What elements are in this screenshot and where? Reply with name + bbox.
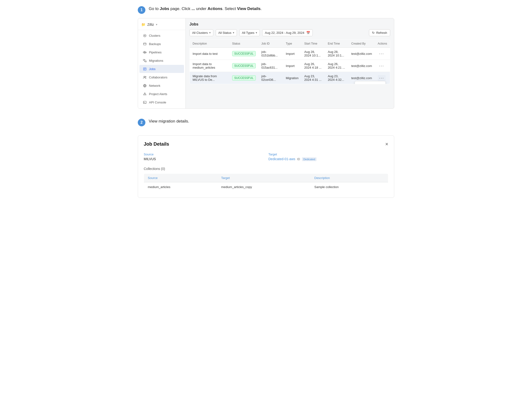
step1-badge: 1 [138,6,146,14]
col-actions: Actions [375,40,390,48]
all-clusters-label: All Clusters [192,31,208,35]
step1-instruction: 1 Go to Jobs page. Click ... under Actio… [138,6,394,14]
all-status-select[interactable]: All Status ▾ [216,29,237,36]
sidebar-item-api-console[interactable]: API Console [139,98,184,106]
svg-rect-17 [143,101,146,103]
step2-badge: 2 [138,119,146,126]
collection-target: medium_articles_copy [217,182,310,192]
row-actions: ··· [375,48,390,60]
svg-rect-5 [145,51,145,53]
row-created-by: test@zilliz.com [348,48,375,60]
target-label: Target [268,152,388,156]
actions-more-button[interactable]: ··· [378,51,386,57]
job-details-panel: Job Details × Source MILVUS Target Dedic… [138,135,394,198]
table-row: Migrate data from MILVUS to De... SUCCES… [190,72,390,84]
jobs-table: Description Status Job ID Type Start Tim… [190,40,390,84]
sidebar-item-label: Project Alerts [149,92,167,96]
sidebar-item-jobs[interactable]: Jobs [139,65,184,73]
job-details-header: Job Details × [144,141,388,147]
date-range-picker[interactable]: Aug 22, 2024 - Aug 29, 2024 📅 [262,29,313,36]
actions-dropdown[interactable]: ··· View Details [378,75,386,81]
chevron-down-icon: ▾ [156,23,157,26]
all-clusters-select[interactable]: All Clusters ▾ [190,29,213,36]
row-type: Migration [283,72,301,84]
col-target: Target [217,174,310,182]
table-row: Import data to medium_articles SUCCESSFU… [190,60,390,72]
job-details-title: Job Details [144,141,169,147]
refresh-icon: ↻ [372,31,375,35]
svg-rect-4 [143,52,144,53]
target-tag: Dedicated [302,157,317,161]
collections-title: Collections (0) [144,167,388,171]
sidebar-item-label: Pipelines [149,50,162,54]
chevron-down-icon: ▾ [209,31,211,34]
collection-source: medium_articles [144,182,217,192]
actions-more-button[interactable]: ··· [378,75,386,81]
actions-more-button[interactable]: ··· [378,63,386,69]
collections-table: Source Target Description medium_article… [144,174,388,192]
sidebar-item-backups[interactable]: Backups [139,40,184,48]
row-end-time: Aug 23, 2024 4:32... [325,72,348,84]
details-grid: Source MILVUS Target Dedicated-01-aws ID… [144,152,388,161]
row-description: Import data to test [190,48,229,60]
svg-point-14 [145,76,146,77]
row-job-id: job-0151b8bb... [259,48,283,60]
sidebar-item-migrations[interactable]: Migrations [139,57,184,65]
calendar-icon: 📅 [306,31,310,35]
sidebar-item-network[interactable]: Network [139,82,184,90]
target-field: Target Dedicated-01-aws ID Dedicated [268,152,388,161]
pipelines-icon [143,50,146,54]
row-description: Migrate data from MILVUS to De... [190,72,229,84]
col-created-by: Created By [348,40,375,48]
brand-name: Zilliz [147,23,154,26]
context-menu: View Details [355,81,386,84]
svg-rect-6 [146,52,146,53]
row-start-time: Aug 26, 2024 4:18 ... [302,60,325,72]
sidebar-item-collaborators[interactable]: Collaborators [139,73,184,81]
all-status-label: All Status [218,31,231,35]
sidebar-item-pipelines[interactable]: Pipelines [139,48,184,56]
date-range-value: Aug 22, 2024 - Aug 29, 2024 [265,31,304,35]
backups-icon [143,42,146,46]
svg-point-16 [145,94,145,95]
collection-row: medium_articles medium_articles_copy Sam… [144,182,388,192]
col-start-time: Start Time [302,40,325,48]
row-description: Import data to medium_articles [190,60,229,72]
status-badge: SUCCESSFUL [232,51,256,56]
source-field: Source MILVUS [144,152,264,161]
row-job-id: job-02ce436... [259,72,283,84]
folder-icon: 📁 [141,23,146,26]
col-description: Description [190,40,229,48]
jobs-icon [143,67,146,71]
svg-rect-2 [144,43,146,45]
close-button[interactable]: × [385,142,388,147]
row-start-time: Aug 23, 2024 4:31 ... [302,72,325,84]
row-actions[interactable]: ··· View Details [375,72,390,84]
sidebar-item-clusters[interactable]: Clusters [139,32,184,40]
source-value: MILVUS [144,157,264,161]
step2-instruction: 2 View migration details. [138,118,394,131]
svg-point-13 [144,76,145,77]
app-container: 📁 Zilliz ▾ Clusters Backups [138,18,394,109]
sidebar-brand[interactable]: 📁 Zilliz ▾ [138,20,185,30]
row-status: SUCCESSFUL [229,48,259,60]
target-link[interactable]: Dedicated-01-aws [268,157,295,161]
all-types-select[interactable]: All Types ▾ [239,29,260,36]
col-job-id: Job ID [259,40,283,48]
row-job-id: job-015ac631... [259,60,283,72]
migrations-icon [143,59,146,63]
svg-rect-8 [145,61,146,62]
row-created-by: test@zilliz.com [348,60,375,72]
network-icon [143,84,146,88]
sidebar-item-label: Jobs [149,67,155,71]
step1-text: Go to Jobs page. Click ... under Actions… [149,6,262,12]
status-badge: SUCCESSFUL [232,63,256,68]
refresh-button[interactable]: ↻ Refresh [369,29,390,36]
sidebar: 📁 Zilliz ▾ Clusters Backups [138,18,186,108]
col-type: Type [283,40,301,48]
sidebar-item-label: Backups [149,42,161,46]
view-details-menu-item[interactable]: View Details [355,82,386,84]
refresh-label: Refresh [376,31,387,35]
jobs-title: Jobs [190,22,390,26]
sidebar-item-project-alerts[interactable]: Project Alerts [139,90,184,98]
